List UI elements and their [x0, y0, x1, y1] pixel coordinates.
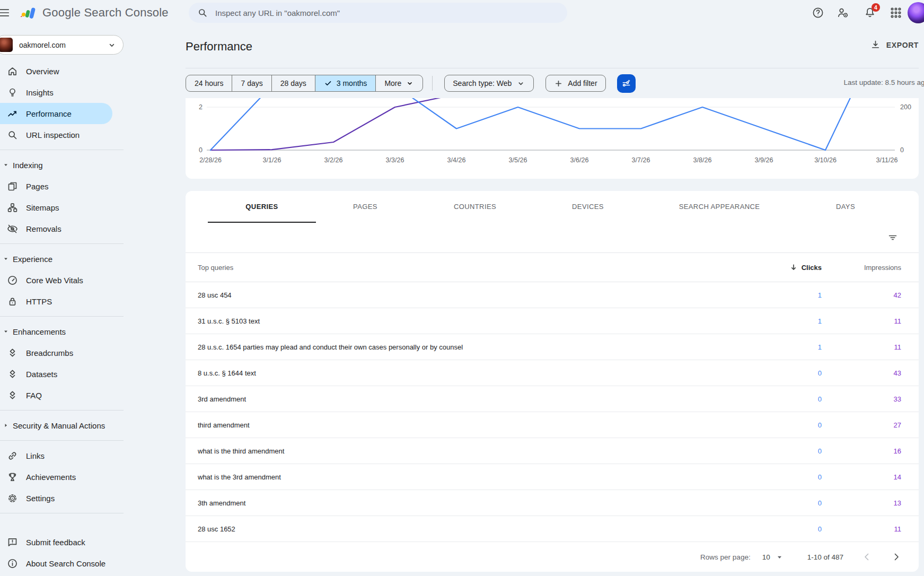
sidebar-item-label: Sitemaps [26, 203, 59, 212]
sidebar-item-submit-feedback[interactable]: Submit feedback [0, 531, 124, 553]
query-cell: 3th amendment [198, 499, 747, 507]
sidebar-item-core-web-vitals[interactable]: Core Web Vitals [0, 269, 124, 291]
caret-down-icon [2, 161, 10, 169]
sidebar-item-url-inspection[interactable]: URL inspection [0, 124, 124, 145]
table-row[interactable]: third amendment027 [186, 412, 919, 438]
sidebar-section-indexing[interactable]: Indexing [0, 154, 124, 176]
date-range-chip-24-hours[interactable]: 24 hours [186, 75, 232, 91]
sidebar-item-overview[interactable]: Overview [0, 60, 124, 82]
clicks-cell: 0 [747, 473, 822, 481]
tab-queries[interactable]: QUERIES [208, 191, 316, 223]
search-type-chip[interactable]: Search type: Web [444, 75, 534, 92]
date-range-more-chip[interactable]: More [376, 75, 423, 91]
date-range-chip-7-days[interactable]: 7 days [232, 75, 271, 91]
sidebar-spacer [0, 518, 124, 531]
sidebar-item-settings[interactable]: Settings [0, 487, 124, 509]
date-range-chip-28-days[interactable]: 28 days [272, 75, 315, 91]
sidebar-item-faq[interactable]: FAQ [0, 385, 124, 406]
performance-chart-card[interactable]: 2020002/28/263/1/263/2/263/3/263/4/263/5… [186, 98, 919, 179]
table-row[interactable]: 28 usc 454142 [186, 282, 919, 308]
last-update-text: Last update: 8.5 hours ago [843, 78, 924, 86]
previous-page-button[interactable] [860, 551, 873, 563]
sidebar-section-enhancements[interactable]: Enhancements [0, 321, 124, 342]
table-row[interactable]: 3th amendment013 [186, 490, 919, 516]
column-header-clicks[interactable]: Clicks [747, 263, 822, 272]
tab-days[interactable]: DAYS [798, 191, 893, 223]
caret-down-icon [2, 328, 10, 335]
chart-line-impressions [210, 98, 887, 150]
table-row[interactable]: what is the third amendment016 [186, 438, 919, 464]
url-inspect-input[interactable] [215, 8, 559, 18]
table-row[interactable]: 28 u.s.c. 1654 parties may plead and con… [186, 334, 919, 360]
tab-countries[interactable]: COUNTRIES [415, 191, 535, 223]
sidebar-item-datasets[interactable]: Datasets [0, 363, 124, 385]
eye-off-icon [7, 223, 18, 234]
sidebar-nav: OverviewInsightsPerformanceURL inspectio… [0, 60, 124, 576]
table-row[interactable]: what is the 3rd amendment014 [186, 464, 919, 490]
column-header-impressions[interactable]: Impressions [822, 264, 901, 272]
table-row[interactable]: 28 usc 1652011 [186, 516, 919, 542]
sidebar-item-label: Datasets [26, 370, 57, 379]
clicks-cell: 0 [747, 525, 822, 533]
sidebar-item-label: Pages [26, 182, 49, 191]
sidebar-item-achievements[interactable]: Achievements [0, 466, 124, 487]
chip-label: 7 days [241, 79, 262, 88]
trend-icon [7, 108, 18, 119]
next-page-button[interactable] [890, 551, 903, 563]
chip-label: 28 days [280, 79, 306, 88]
page-header: Performance EXPORT [186, 25, 919, 68]
table-row[interactable]: 8 u.s.c. § 1644 text043 [186, 360, 919, 386]
export-button[interactable]: EXPORT [870, 39, 919, 50]
clicks-cell: 1 [747, 317, 822, 325]
pages-icon [7, 181, 18, 192]
query-cell: 8 u.s.c. § 1644 text [198, 369, 747, 377]
sidebar-section-experience[interactable]: Experience [0, 248, 124, 269]
svg-text:3/2/26: 3/2/26 [324, 156, 343, 164]
query-cell: 31 u.s.c. § 5103 text [198, 317, 747, 325]
sidebar-section-security-manual-actions[interactable]: Security & Manual Actions [0, 415, 124, 436]
impressions-cell: 11 [822, 317, 901, 325]
tab-search-appearance[interactable]: SEARCH APPEARANCE [640, 191, 798, 223]
search-icon [7, 129, 18, 141]
filter-list-icon[interactable] [887, 232, 899, 243]
avatar[interactable] [908, 2, 924, 23]
sidebar-item-links[interactable]: Links [0, 445, 124, 466]
date-range-chip-3-months[interactable]: 3 months [315, 75, 376, 91]
sidebar-item-sitemaps[interactable]: Sitemaps [0, 197, 124, 218]
search-console-logo [20, 4, 37, 21]
chip-label: More [384, 79, 401, 88]
url-inspect-searchbar[interactable] [189, 3, 567, 23]
svg-text:3/10/26: 3/10/26 [814, 156, 837, 164]
table-row[interactable]: 3rd amendment033 [186, 386, 919, 412]
caret-right-icon [2, 422, 10, 429]
sidebar-item-pages[interactable]: Pages [0, 176, 124, 197]
table-row[interactable]: 31 u.s.c. § 5103 text111 [186, 308, 919, 334]
sidebar-item-breadcrumbs[interactable]: Breadcrumbs [0, 342, 124, 363]
sidebar-item-performance[interactable]: Performance [0, 103, 112, 124]
add-filter-button[interactable]: Add filter [545, 75, 605, 92]
sidebar-item-insights[interactable]: Insights [0, 82, 124, 103]
sidebar-item-about-search-console[interactable]: About Search Console [0, 553, 124, 574]
sidebar-item-https[interactable]: HTTPS [0, 291, 124, 312]
chart-line-clicks [210, 98, 887, 150]
rows-per-page-select[interactable]: 10 [762, 553, 784, 562]
property-selector[interactable]: oakmorel.com [0, 35, 124, 55]
sidebar-item-label: Experience [13, 255, 52, 264]
tab-pages[interactable]: PAGES [316, 191, 415, 223]
menu-icon[interactable] [0, 6, 11, 20]
chev-down-icon [406, 79, 414, 88]
column-header-queries[interactable]: Top queries [198, 264, 747, 272]
user-settings-icon[interactable] [837, 6, 849, 19]
query-cell: third amendment [198, 421, 747, 429]
compare-filters-button[interactable] [617, 74, 636, 93]
help-icon[interactable] [812, 6, 824, 19]
tab-devices[interactable]: DEVICES [535, 191, 640, 223]
table-toolbar [186, 223, 919, 253]
sidebar-item-label: Removals [26, 224, 61, 233]
rows-per-page-label: Rows per page: [700, 553, 751, 561]
layers-icon [7, 369, 18, 380]
performance-chart[interactable]: 2020002/28/263/1/263/2/263/3/263/4/263/5… [186, 98, 919, 179]
apps-grid-icon[interactable] [890, 6, 902, 19]
sidebar-item-removals[interactable]: Removals [0, 218, 124, 239]
notifications-button[interactable]: 4 [864, 6, 876, 19]
